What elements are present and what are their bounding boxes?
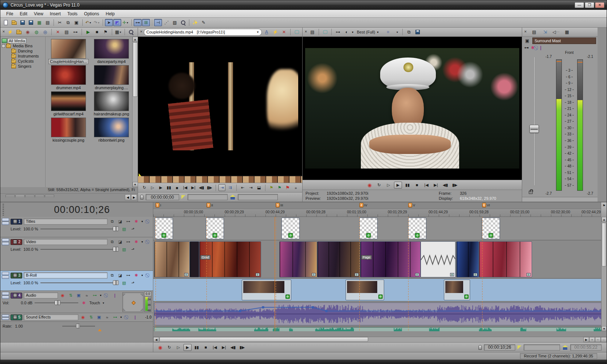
sfx-track-lane[interactable]	[153, 327, 607, 331]
track-header-video[interactable]: 2 Video ⧉ ◪ ⊶ ✱▼ ⃠ Level: 100.0 % ▧ ⬏	[0, 237, 153, 271]
track-meter-icon[interactable]: ▣	[96, 314, 102, 320]
track-minimize-buttons[interactable]	[2, 272, 9, 279]
trimmer-pause-button[interactable]: ▮▮	[165, 184, 172, 191]
title-event[interactable]: ✛	[155, 218, 173, 239]
trimmer-clip-selector[interactable]: CoupleHoldingHands.mp4 [I:\VegasPro11\] …	[144, 29, 262, 36]
mixer-dock-grip[interactable]: ✕	[524, 29, 527, 35]
play-from-start-button[interactable]: ▷	[174, 344, 182, 351]
menu-item[interactable]: Help	[103, 11, 118, 17]
titles-track-lane[interactable]: ✛ ✛ ✛ ✛ ✛ ✛	[153, 217, 607, 240]
bypass-motion-blur-icon[interactable]: ⧉	[109, 219, 115, 225]
title-event[interactable]: ✛	[281, 218, 300, 239]
track-minimize-buttons[interactable]	[2, 292, 9, 299]
title-event[interactable]: ✛	[482, 218, 500, 239]
track-minimize-buttons[interactable]	[2, 218, 9, 225]
mute-icon[interactable]: ⃠	[145, 239, 151, 245]
solo-icon[interactable]: ❙	[539, 45, 543, 50]
preview-record-button[interactable]: ◉	[366, 182, 374, 189]
insert-fx-icon[interactable]: ⊶	[524, 45, 529, 50]
marker-tool-button[interactable]: ⚑	[601, 202, 607, 217]
timeline-marker[interactable]: 6 VI	[482, 203, 490, 207]
media-item[interactable]: girlwithscarf.mp4	[48, 91, 88, 116]
get-media-from-web-button[interactable]: ◍	[32, 28, 40, 36]
preview-pause-button[interactable]: ▮▮	[403, 182, 411, 189]
remove-media-button[interactable]: ✕	[54, 28, 62, 36]
tree-item-media-bins[interactable]: − Media Bins	[1, 43, 44, 48]
pan-crop-icon[interactable]: ⊞	[256, 273, 260, 276]
media-item[interactable]: danceparty.mp4	[91, 39, 131, 64]
media-item[interactable]: kissingcouple.png	[48, 118, 88, 142]
start-preview-button[interactable]: ▶	[84, 28, 92, 36]
import-media-button[interactable]: ⚡	[6, 28, 14, 36]
trimmer-prev-frame-button[interactable]: ◀▮	[198, 184, 205, 191]
timeline-ruler-area[interactable]: 1 I 2 II 3 III 4 IV 5 V 6	[153, 202, 607, 217]
timeline-events-area[interactable]: ✛ ✛ ✛ ✛ ✛ ✛ ⊞ Grad⊞ ⊞ ⊞ Page⊞ ⊞	[153, 217, 607, 331]
trimmer-loop-button[interactable]: ↻	[141, 184, 148, 191]
preview-loop-button[interactable]: ↻	[375, 182, 383, 189]
scroll-up-icon[interactable]: ▲	[602, 217, 607, 222]
timeline-vertical-scrollbar[interactable]: ▲ ▼	[601, 217, 607, 331]
zoom-tool-button[interactable]	[179, 19, 187, 26]
marker-number[interactable]: 1	[155, 203, 159, 207]
trimmer-properties-button[interactable]: A̲	[263, 28, 271, 36]
pause-button[interactable]: ▮▮	[193, 344, 201, 351]
maximize-button[interactable]: ❐	[585, 2, 594, 8]
scrollbar-thumb[interactable]	[159, 337, 368, 342]
timeline-marker[interactable]: 1 I	[155, 203, 161, 207]
scroll-left-icon[interactable]: ◀	[153, 337, 159, 342]
media-properties-button[interactable]: ▤	[63, 28, 71, 36]
paste-button[interactable]: ▣	[72, 19, 80, 26]
trimmer-filmstrip[interactable]	[138, 175, 302, 183]
timeline-marker[interactable]: 4 IV	[359, 203, 367, 207]
pan-crop-icon[interactable]: ⊞	[450, 273, 454, 276]
timeline-grip[interactable]	[3, 204, 4, 215]
level-slider[interactable]	[40, 249, 119, 250]
menu-item[interactable]: Tools	[64, 11, 80, 17]
video-event[interactable]: Page⊞	[360, 241, 421, 277]
preview-play-button[interactable]: ▶	[394, 182, 402, 189]
automation-gear-icon[interactable]: ✱	[531, 45, 535, 50]
bypass-motion-blur-icon[interactable]: ⧉	[109, 239, 115, 245]
broll-event[interactable]: ✛	[346, 280, 384, 300]
track-name-field[interactable]: Video	[24, 239, 107, 245]
marker-bar[interactable]: 1 I 2 II 3 III 4 IV 5 V 6	[153, 202, 601, 209]
scroll-down-icon[interactable]: ▼	[133, 182, 138, 187]
preview-go-start-button[interactable]: |◀	[422, 182, 430, 189]
preview-stop-button[interactable]: ■	[413, 182, 421, 189]
video-event-crossfade[interactable]: ⊞	[421, 241, 456, 277]
marker-number[interactable]: 6	[482, 203, 486, 207]
track-name-field[interactable]: Audio	[24, 292, 58, 298]
preview-save-snapshot-button[interactable]	[414, 28, 422, 36]
audio-event[interactable]	[154, 302, 605, 325]
scrollbar-thumb[interactable]	[602, 223, 606, 266]
menu-item[interactable]: View	[31, 11, 46, 17]
mute-icon[interactable]: ⃠	[124, 314, 130, 320]
lock-envelopes-button[interactable]: ⊞	[142, 19, 150, 26]
envelope-edit-tool-button[interactable]: ◩	[113, 19, 121, 26]
title-event[interactable]: ✛	[408, 218, 426, 239]
trimmer-out-flag-icon[interactable]: ⚑	[276, 184, 283, 191]
trimmer-play-button[interactable]: ▶	[157, 184, 164, 191]
tab-scroll-right-icon[interactable]: ▶	[131, 194, 137, 200]
zoom-in-button[interactable]: +	[589, 337, 595, 342]
interactive-tutorials-button[interactable]: ✎	[200, 19, 208, 26]
capture-video-button[interactable]	[15, 28, 23, 36]
preview-split-screen-button[interactable]: ◐	[343, 28, 351, 36]
collapse-icon[interactable]: −	[2, 44, 5, 48]
trimmer-next-frame-button[interactable]: ▮▶	[206, 184, 213, 191]
track-minimize-buttons[interactable]	[2, 314, 9, 320]
what-is-this-button[interactable]: ✨	[191, 19, 199, 26]
dock-tab[interactable]	[45, 194, 54, 197]
compositing-mode-icon[interactable]: ▧	[121, 280, 127, 286]
menu-item[interactable]: File	[3, 11, 16, 17]
close-button[interactable]: ✕	[595, 2, 604, 8]
preview-go-end-button[interactable]: ▶|	[432, 182, 440, 189]
preview-external-monitor-button[interactable]: 🖵	[321, 28, 329, 36]
pan-crop-icon[interactable]: ⊞	[415, 273, 419, 276]
stop-button[interactable]: ■	[202, 344, 210, 351]
next-frame-button[interactable]: ▮▶	[238, 344, 246, 351]
media-item[interactable]: CoupleHoldingHan...	[48, 39, 88, 64]
track-motion-icon[interactable]: ◪	[117, 219, 123, 225]
mute-icon[interactable]: ⃠	[103, 293, 110, 298]
new-project-button[interactable]	[2, 19, 10, 26]
